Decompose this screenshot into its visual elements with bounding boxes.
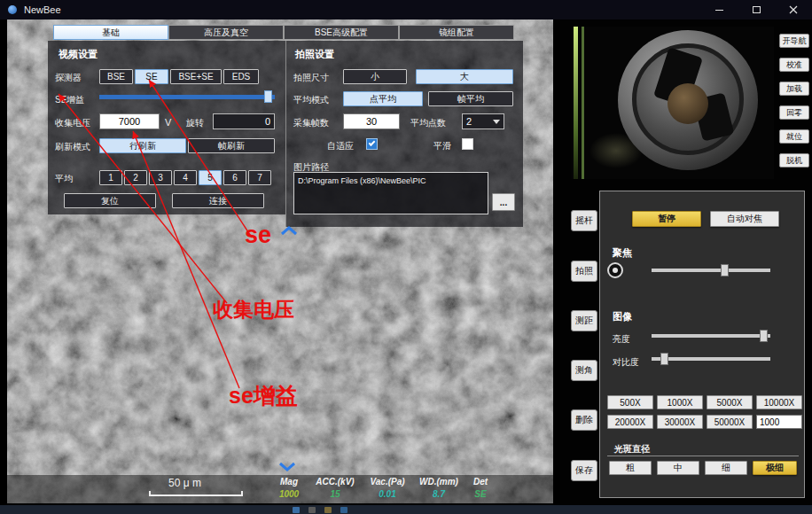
avg-point-button[interactable]: 点平均	[343, 91, 423, 106]
chamber-camera-view	[572, 27, 774, 179]
browse-button[interactable]: ...	[492, 193, 515, 211]
autofocus-button[interactable]: 自动对焦	[710, 211, 779, 227]
spot-ultrafine-button[interactable]: 极细	[753, 461, 797, 475]
scale-label: 50 μ m	[168, 477, 201, 489]
collect-voltage-input[interactable]	[99, 113, 160, 129]
refresh-line-button[interactable]: 行刷新	[99, 138, 186, 153]
average-4-button[interactable]: 4	[174, 170, 197, 185]
taskbar-icon[interactable]	[340, 507, 347, 513]
status-value-det: SE	[465, 489, 496, 499]
rotate-input[interactable]	[213, 113, 275, 129]
average-6-button[interactable]: 6	[223, 170, 246, 185]
offline-button[interactable]: 脱机	[779, 153, 809, 167]
mag-1000x-button[interactable]: 1000X	[657, 395, 703, 409]
average-3-button[interactable]: 3	[149, 170, 172, 185]
status-header-det: Det	[465, 477, 496, 487]
image-path-box[interactable]: D:\Program Files (x86)\NewBee\PIC	[293, 172, 488, 214]
spot-medium-button[interactable]: 中	[657, 461, 699, 475]
status-readouts: Mag1000 ACC.(kV)15 Vac.(Pa)0.01 WD.(mm)8…	[269, 477, 496, 499]
refresh-frame-button[interactable]: 帧刷新	[188, 138, 275, 153]
average-1-button[interactable]: 1	[99, 170, 122, 185]
brightness-label: 亮度	[613, 333, 630, 346]
status-header-wd: WD.(mm)	[413, 477, 465, 487]
detector-se-button[interactable]: SE	[135, 69, 168, 84]
smooth-label: 平滑	[433, 140, 451, 152]
focus-target-icon[interactable]	[607, 262, 623, 278]
spot-fine-button[interactable]: 细	[705, 461, 747, 475]
avg-points-dropdown[interactable]: 2	[462, 113, 504, 129]
minimize-button[interactable]	[700, 0, 738, 19]
taskbar-icon[interactable]	[324, 507, 332, 513]
load-button[interactable]: 加载	[779, 82, 809, 96]
mag-20000x-button[interactable]: 20000X	[607, 415, 653, 429]
rotate-label: 旋转	[186, 117, 204, 129]
taskbar-icon[interactable]	[308, 507, 316, 513]
mag-value-input[interactable]	[756, 415, 802, 429]
status-value-acc: 15	[308, 489, 362, 499]
maximize-button[interactable]	[738, 0, 775, 19]
reset-button[interactable]: 复位	[64, 193, 156, 208]
in-position-button[interactable]: 就位	[779, 129, 809, 144]
pause-button[interactable]: 暂停	[632, 211, 701, 227]
slider-thumb[interactable]	[660, 353, 668, 365]
size-large-button[interactable]: 大	[416, 69, 513, 84]
avg-frame-button[interactable]: 帧平均	[428, 91, 513, 106]
average-7-button[interactable]: 7	[248, 170, 271, 185]
average-label: 平均	[55, 173, 73, 185]
delete-button[interactable]: 删除	[571, 409, 597, 431]
measure-distance-button[interactable]: 测距	[571, 310, 597, 331]
right-panel: 开导航 校准 加载 回零 就位 脱机 摇杆 拍照 测距 测角 删除 保存 暂停 …	[560, 19, 812, 505]
annotation-gain: se增益	[229, 381, 298, 410]
tab-bse-advanced[interactable]: BSE高级配置	[284, 25, 399, 40]
capture-frames-input[interactable]	[343, 113, 400, 129]
mag-30000x-button[interactable]: 30000X	[657, 415, 703, 429]
mag-500x-button[interactable]: 500X	[607, 395, 653, 409]
collect-voltage-label: 收集电压	[55, 117, 90, 129]
joystick-button[interactable]: 摇杆	[571, 210, 597, 231]
detector-bse-se-button[interactable]: BSE+SE	[170, 69, 222, 84]
detector-eds-button[interactable]: EDS	[223, 69, 259, 84]
mag-5000x-button[interactable]: 5000X	[707, 395, 753, 409]
brightness-slider[interactable]	[652, 330, 770, 342]
save-button[interactable]: 保存	[571, 460, 597, 481]
smooth-checkbox[interactable]	[462, 138, 473, 150]
slider-track	[652, 334, 770, 338]
size-small-button[interactable]: 小	[343, 69, 407, 84]
average-2-button[interactable]: 2	[124, 170, 147, 185]
average-5-button[interactable]: 5	[199, 170, 222, 185]
adaptive-checkbox[interactable]	[366, 138, 378, 150]
video-settings-panel: 视频设置 探测器 BSE SE BSE+SE EDS SE增益 收集电压 V 旋…	[48, 41, 285, 214]
slider-thumb[interactable]	[760, 330, 768, 342]
chevron-down-icon	[493, 120, 500, 124]
mag-50000x-button[interactable]: 50000X	[707, 415, 753, 429]
focus-slider[interactable]	[652, 264, 770, 276]
avg-points-value: 2	[466, 116, 472, 127]
se-gain-slider[interactable]	[99, 90, 275, 103]
mag-10000x-button[interactable]: 10000X	[756, 395, 802, 409]
tab-hv-vacuum[interactable]: 高压及真空	[168, 25, 284, 40]
slider-thumb[interactable]	[264, 90, 272, 103]
measure-angle-button[interactable]: 测角	[571, 360, 597, 381]
photo-settings-title: 拍照设置	[295, 48, 334, 61]
spot-coarse-button[interactable]: 粗	[609, 461, 652, 475]
expand-panel-chevron[interactable]	[278, 459, 296, 475]
app-logo-icon	[8, 5, 17, 14]
camera-column-highlight	[574, 27, 578, 179]
calibrate-button[interactable]: 校准	[779, 58, 809, 72]
status-bar: 50 μ m Mag1000 ACC.(kV)15 Vac.(Pa)0.01 W…	[7, 475, 553, 503]
photo-button[interactable]: 拍照	[571, 261, 597, 282]
tab-lens-config[interactable]: 镜组配置	[399, 25, 514, 40]
open-navigation-button[interactable]: 开导航	[779, 34, 809, 48]
home-button[interactable]: 回零	[779, 105, 809, 120]
status-header-acc: ACC.(kV)	[308, 477, 362, 487]
focus-section-title: 聚焦	[613, 246, 632, 260]
contrast-slider[interactable]	[652, 353, 770, 365]
tab-basic[interactable]: 基础	[53, 25, 168, 40]
detector-bse-button[interactable]: BSE	[99, 69, 133, 84]
close-icon	[789, 5, 798, 14]
slider-thumb[interactable]	[721, 264, 729, 276]
connect-button[interactable]: 连接	[172, 193, 264, 208]
taskbar-icon[interactable]	[293, 507, 300, 513]
collapse-panel-chevron[interactable]	[280, 223, 298, 239]
close-button[interactable]	[775, 0, 812, 19]
